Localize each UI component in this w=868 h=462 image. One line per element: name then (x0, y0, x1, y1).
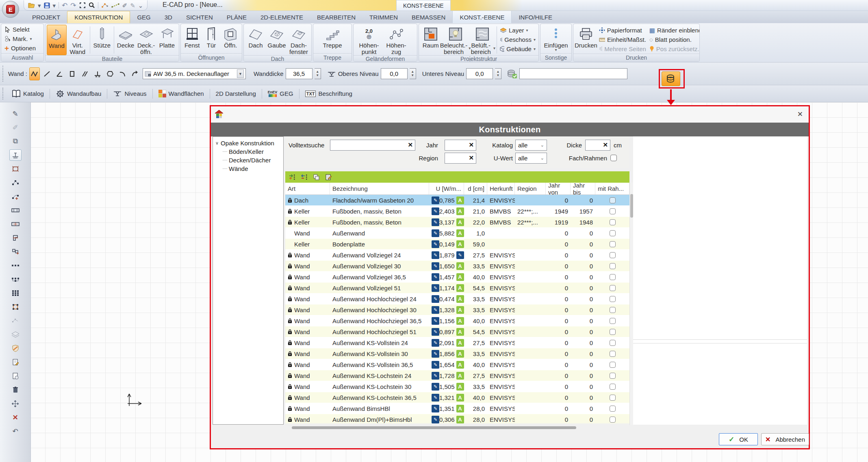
row-checkbox[interactable] (610, 197, 616, 203)
darstellung-2d-button[interactable]: 2D Darstellung (213, 89, 258, 99)
dokument-bearbeiten-tool-icon[interactable] (9, 356, 22, 368)
tree-item-waende[interactable]: Wände (213, 164, 283, 173)
table-row[interactable]: WandAußenwand KS-Vollstein 36,5✎1,654A40… (285, 359, 629, 370)
geg-button[interactable]: EnEVGEG (265, 89, 296, 99)
geschoss-button[interactable]: Geschoss▾ (498, 35, 537, 44)
column-header[interactable]: Region (515, 183, 546, 194)
tab-konst-ebene[interactable]: KONST.-EBENE (452, 11, 512, 23)
table-row[interactable]: KellerBodenplatte✎0,149A59,000 (285, 239, 629, 250)
clear-icon[interactable]: ✕ (469, 142, 474, 148)
table-row[interactable]: WandAußenwand Vollziegel 30✎1,650A33,5EN… (285, 261, 629, 272)
column-header[interactable]: Herkunft (487, 183, 515, 194)
edit-badge[interactable]: ✎ (432, 218, 439, 226)
knoten-kette-tool-icon[interactable] (9, 274, 22, 285)
table-row[interactable]: WandAußenwand Vollziegel 24✎1,879✎27,5EN… (285, 250, 629, 261)
edit-badge[interactable]: ✎ (456, 251, 464, 259)
oeffnung-h-tool-icon[interactable] (9, 205, 22, 216)
row-checkbox[interactable] (610, 373, 616, 379)
qat-customize-icon[interactable]: ⌄ (138, 2, 143, 9)
table-row[interactable]: WandAußenwand KS-Lochstein 36,5✎1,321A40… (285, 392, 629, 403)
tree-root-item[interactable]: ∨Opake Konstruktion (213, 138, 283, 147)
schild-tool-icon[interactable] (9, 343, 22, 354)
kontur-kopieren-tool-icon[interactable]: ⧉ (9, 136, 22, 147)
tree-item-decken-daecher[interactable]: Decken/Dächer (213, 156, 283, 164)
kurve-tool-icon[interactable] (130, 67, 141, 80)
fenster-button[interactable]: Fenst (182, 25, 202, 53)
row-checkbox[interactable] (610, 406, 616, 412)
undo-icon[interactable]: ↶ (62, 2, 67, 9)
redo-icon[interactable]: ↷ (70, 2, 76, 9)
bogen-knoten-tool-icon[interactable] (9, 191, 22, 202)
kette-inaktiv-tool-icon[interactable] (9, 315, 22, 326)
row-checkbox[interactable] (610, 219, 616, 225)
edit-badge[interactable]: ✎ (432, 383, 439, 391)
tab-trimmen[interactable]: TRIMMEN (362, 11, 405, 23)
konstruktionskatalog-button[interactable] (662, 71, 680, 86)
table-row[interactable]: WandAußenwand Hochlochziegel 51✎0,897A54… (285, 326, 629, 337)
tab-sichten[interactable]: SICHTEN (179, 11, 220, 23)
save-dropdown-icon[interactable]: ▾ (53, 2, 56, 9)
effizienz-badge[interactable]: A (456, 284, 464, 292)
effizienz-badge[interactable]: A (456, 306, 464, 314)
table-row[interactable]: WandAußenwand KS-Vollstein 24✎2,091A27,5… (285, 337, 629, 348)
drucken-button[interactable]: Drucken (575, 25, 597, 54)
edit-badge[interactable]: ✎ (432, 295, 439, 303)
pos-zuruecksetzen-button[interactable]: Pos zurücksetz. (648, 44, 700, 54)
row-checkbox[interactable] (610, 274, 616, 280)
effizienz-badge[interactable]: A (456, 394, 464, 402)
table-row[interactable]: DachFlachdach/warm Gasbeton 20✎0,785A21,… (285, 195, 629, 206)
dicke-input[interactable]: ✕ (585, 140, 610, 151)
tab-bemassen[interactable]: BEMASSEN (405, 11, 452, 23)
scrollbar-thumb[interactable] (630, 194, 633, 218)
effizienz-badge[interactable]: A (456, 328, 464, 336)
katalog-select[interactable]: alle⌄ (515, 140, 547, 151)
column-header[interactable]: Art (285, 183, 330, 194)
table-row[interactable]: WandAußenwand Hochlochziegel 30✎1,328A33… (285, 304, 629, 315)
tab-plaene[interactable]: PLÄNE (220, 11, 254, 23)
table-row[interactable]: WandAußenwand KS-Vollstein 30✎1,856A33,5… (285, 348, 629, 359)
rueckgaengig-tool-icon[interactable]: ↶ (9, 425, 22, 437)
row-checkbox[interactable] (610, 351, 616, 357)
wanddicke-spinner[interactable]: ▲▼ (315, 68, 321, 79)
knoten-tool-icon[interactable] (9, 177, 22, 188)
column-header[interactable]: mit Rah... (595, 183, 629, 194)
oeffnung-v-tool-icon[interactable] (9, 218, 22, 230)
tab-3d[interactable]: 3D (158, 11, 179, 23)
niveau-tool-icon[interactable] (9, 149, 22, 161)
table-row[interactable]: WandAußenwand KS-Lochstein 30✎1,505A33,5… (285, 381, 629, 392)
table-row[interactable]: WandAußenwand✎5,882A1,000 (285, 228, 629, 239)
pen-icon[interactable]: ✐ (122, 2, 128, 9)
senkrecht-tool-icon[interactable] (92, 67, 103, 80)
parallel-tool-icon[interactable] (80, 67, 90, 80)
angle-tool-icon[interactable] (54, 67, 65, 80)
edit-badge[interactable]: ✎ (432, 350, 439, 358)
decke-button[interactable]: Decke (115, 25, 136, 55)
pen-alt-icon[interactable]: ✎ (130, 2, 135, 9)
edit-badge[interactable]: ✎ (432, 361, 439, 369)
effizienz-badge[interactable]: A (456, 350, 464, 358)
row-checkbox[interactable] (610, 263, 616, 269)
tuer-button[interactable]: Tür (202, 25, 220, 53)
edit-badge[interactable]: ✎ (432, 317, 439, 325)
effizienz-badge[interactable]: A (456, 317, 464, 325)
toolbar-grip[interactable] (2, 88, 4, 99)
region-input[interactable]: ✕ (445, 153, 476, 164)
dach-button[interactable]: Dach (245, 25, 266, 55)
katalog-button[interactable]: Katalog (9, 88, 46, 99)
oeffnung-button[interactable]: Öffn. (221, 25, 241, 53)
column-header[interactable]: Jahr bis (571, 183, 595, 194)
line-tool-icon[interactable] (42, 67, 52, 80)
polyline-tool-icon[interactable] (29, 67, 40, 80)
effizienz-badge[interactable]: A (456, 262, 464, 270)
jahr-input[interactable]: ✕ (445, 140, 476, 151)
edit-badge[interactable]: ✎ (432, 416, 439, 423)
edit-badge[interactable]: ✎ (432, 394, 439, 402)
stift-tool-icon[interactable]: ✎ (9, 108, 22, 119)
kreis-knoten-tool-icon[interactable] (9, 301, 22, 313)
effizienz-badge[interactable]: A (456, 229, 464, 237)
effizienz-badge[interactable]: A (456, 218, 464, 226)
app-menu-button[interactable]: E (2, 1, 19, 18)
edit-badge[interactable]: ✎ (432, 262, 439, 270)
row-checkbox[interactable] (610, 318, 616, 324)
row-checkbox[interactable] (610, 296, 616, 302)
